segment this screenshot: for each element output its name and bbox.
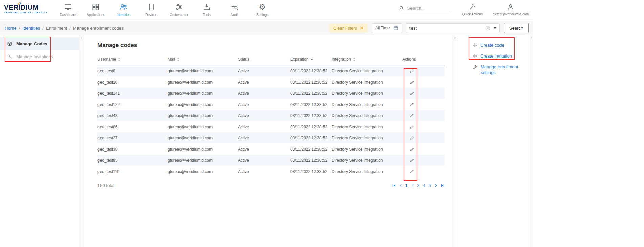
- nav-item-applications[interactable]: Applications: [82, 2, 110, 17]
- nav-item-tools[interactable]: Tools: [193, 2, 221, 17]
- cube-icon: [7, 41, 13, 47]
- cell-mail: gtureac@veridiumid.com: [168, 69, 238, 73]
- edit-code-button[interactable]: [408, 145, 416, 153]
- sidebar-scrollbar[interactable]: [79, 35, 83, 247]
- cell-username: geo_test48: [97, 113, 168, 118]
- sort-desc-icon: [310, 58, 313, 60]
- edit-code-button[interactable]: [408, 112, 416, 120]
- sort-both-icon: [177, 58, 179, 61]
- cell-expiration: 03/11/2022 12:38:52: [290, 102, 332, 107]
- cell-mail: gtureac@veridiumid.com: [168, 169, 238, 174]
- plus-icon: [473, 43, 477, 47]
- cell-expiration: 03/11/2022 12:38:52: [290, 91, 332, 96]
- nav-item-orchestrator[interactable]: Orchestrator: [165, 2, 193, 17]
- breadcrumb-home[interactable]: Home: [5, 26, 20, 31]
- cell-status: Active: [238, 69, 290, 73]
- edit-code-button[interactable]: [408, 123, 416, 131]
- time-filter-dropdown[interactable]: All Time: [372, 23, 402, 33]
- cell-integration: Directory Service Integration: [332, 125, 402, 129]
- edit-code-button[interactable]: [408, 100, 416, 109]
- clear-circle-icon[interactable]: [485, 26, 490, 31]
- quick-actions-label: Quick Actions: [462, 12, 483, 16]
- nav-label: Dashboard: [60, 13, 76, 17]
- cell-username: geo_test8: [97, 69, 168, 73]
- cell-integration: Directory Service Integration: [332, 80, 402, 85]
- cell-expiration: 03/11/2022 12:38:52: [290, 80, 332, 85]
- table-search-value: test: [409, 26, 485, 31]
- edit-code-button[interactable]: [408, 67, 416, 75]
- edit-code-button[interactable]: [408, 156, 416, 164]
- quick-actions-button[interactable]: Quick Actions: [462, 3, 483, 16]
- breadcrumb-identities[interactable]: Identities: [22, 26, 44, 31]
- page-number[interactable]: 5: [429, 183, 431, 188]
- next-page-button[interactable]: [435, 184, 437, 187]
- column-header-expiration[interactable]: Expiration: [290, 57, 332, 62]
- last-page-button[interactable]: [441, 184, 445, 187]
- column-label: Expiration: [290, 57, 308, 62]
- cell-integration: Directory Service Integration: [332, 158, 402, 163]
- edit-code-button[interactable]: [408, 134, 416, 142]
- page-number[interactable]: 1: [405, 183, 408, 188]
- table-row: geo_test20 gtureac@veridiumid.com Active…: [97, 76, 445, 88]
- column-header-mail[interactable]: Mail: [168, 57, 238, 62]
- column-header-integration[interactable]: Integration: [332, 57, 402, 62]
- prev-page-button[interactable]: [399, 184, 402, 187]
- brand-tagline: TRUSTED DIGITAL IDENTITY: [4, 11, 54, 14]
- first-page-button[interactable]: [392, 184, 396, 187]
- sidebar-item-manage-codes[interactable]: Manage Codes: [0, 37, 79, 50]
- user-menu[interactable]: q'ctest@veridiumid.com: [493, 3, 529, 16]
- sidebar-item-manage-invitations[interactable]: Manage Invitations: [0, 50, 79, 63]
- global-search-placeholder: Search..: [407, 6, 423, 11]
- cell-username: geo_test27: [97, 136, 168, 140]
- chevron-down-icon[interactable]: [494, 27, 496, 29]
- table-row: geo_test27 gtureac@veridiumid.com Active…: [97, 132, 445, 143]
- time-filter-value: All Time: [375, 26, 390, 30]
- magic-wand-icon: [469, 3, 476, 11]
- edit-code-button[interactable]: [408, 78, 416, 86]
- cell-mail: gtureac@veridiumid.com: [168, 147, 238, 152]
- table-body: geo_test8 gtureac@veridiumid.com Active …: [97, 65, 445, 177]
- close-icon[interactable]: [360, 26, 363, 30]
- cell-mail: gtureac@veridiumid.com: [168, 125, 238, 129]
- cell-username: geo_test86: [97, 125, 168, 129]
- cell-status: Active: [238, 136, 290, 140]
- page-number[interactable]: 4: [423, 183, 425, 188]
- invitation-key-icon: [7, 54, 13, 60]
- nav-item-settings[interactable]: ⚙ Settings: [248, 2, 276, 17]
- page-number[interactable]: 3: [417, 183, 419, 188]
- edit-code-button[interactable]: [408, 167, 416, 176]
- global-search-input[interactable]: Search..: [398, 3, 452, 13]
- edit-code-button[interactable]: [408, 89, 416, 97]
- cell-status: Active: [238, 113, 290, 118]
- create-code-button[interactable]: Create code: [473, 43, 529, 48]
- search-icon: [399, 5, 404, 11]
- audit-list-icon: [230, 2, 239, 12]
- table-row: geo_test86 gtureac@veridiumid.com Active…: [97, 121, 445, 132]
- cell-username: geo_test38: [97, 147, 168, 152]
- cell-integration: Directory Service Integration: [332, 102, 402, 107]
- device-icon: [147, 2, 156, 12]
- nav-item-devices[interactable]: Devices: [137, 2, 165, 17]
- manage-enrollment-settings-link[interactable]: Manage enrollment settings: [473, 64, 519, 76]
- nav-item-audit[interactable]: Audit: [221, 2, 248, 17]
- nav-label: Devices: [145, 13, 157, 17]
- cell-integration: Directory Service Integration: [332, 136, 402, 140]
- page-number[interactable]: 2: [411, 183, 414, 188]
- nav-item-dashboard[interactable]: Dashboard: [54, 2, 82, 17]
- table-search-input[interactable]: test: [406, 23, 500, 33]
- clear-filters-button[interactable]: Clear Filters: [329, 24, 368, 33]
- cell-mail: gtureac@veridiumid.com: [168, 80, 238, 85]
- window-scrollbar[interactable]: [529, 35, 533, 247]
- column-header-username[interactable]: Username: [97, 57, 168, 62]
- nav-label: Orchestrator: [170, 13, 188, 17]
- create-invitation-button[interactable]: Create invitation: [473, 53, 529, 59]
- table-footer: 150 total 1 2 3 4 5: [97, 183, 445, 188]
- search-button[interactable]: Search: [504, 23, 529, 33]
- main-panel-scrollbar[interactable]: [453, 35, 457, 247]
- veridium-flame-icon: [17, 2, 22, 5]
- main-nav: Dashboard Applications Identities Device…: [54, 0, 276, 17]
- pagination: 1 2 3 4 5: [392, 183, 445, 188]
- cell-mail: gtureac@veridiumid.com: [168, 158, 238, 163]
- nav-item-identities[interactable]: Identities: [110, 2, 137, 17]
- cell-expiration: 03/11/2022 12:38:52: [290, 158, 332, 163]
